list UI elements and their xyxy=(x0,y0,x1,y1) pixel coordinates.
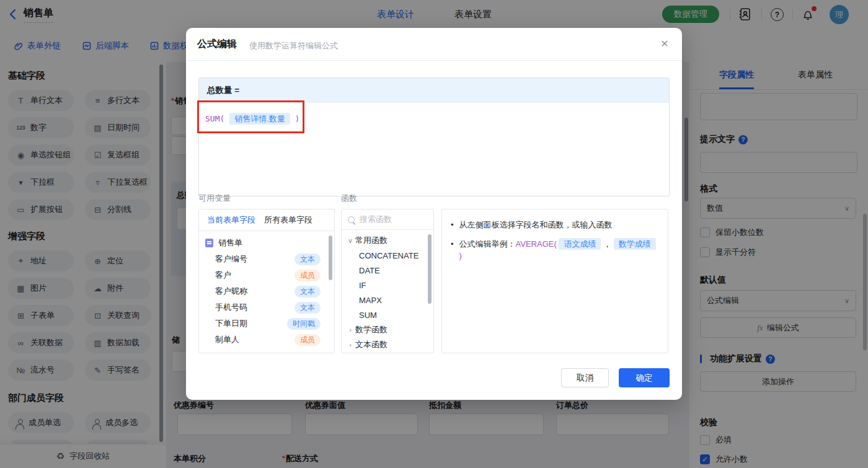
dialog-header: 公式编辑 使用数学运算符编辑公式 × xyxy=(186,28,682,61)
bullet: • xyxy=(451,219,454,231)
bullet: • xyxy=(451,238,454,250)
type-badge: 成员 xyxy=(294,270,321,281)
functions-panel: 搜索函数 ∨常用函数 CONCATENATE DATE IF MAPX SUM … xyxy=(341,209,434,353)
tip-example: 公式编辑举例：AVERAGE( 语文成绩 ， 数学成绩 ) xyxy=(459,238,659,262)
formula-expression[interactable]: SUM( 销售详情.数量 ) xyxy=(199,103,669,125)
chevron-right-icon: › xyxy=(345,341,355,348)
variable-item[interactable]: 客户编号文本 xyxy=(199,251,334,267)
type-badge: 文本 xyxy=(294,254,321,265)
tip-text: 从左侧面板选择字段名和函数，或输入函数 xyxy=(459,219,613,231)
chevron-down-icon: ∨ xyxy=(345,237,355,245)
search-placeholder: 搜索函数 xyxy=(360,214,392,225)
tips-panel: • 从左侧面板选择字段名和函数，或输入函数 • 公式编辑举例：AVERAGE( … xyxy=(441,209,668,353)
formula-function-open: SUM( xyxy=(205,114,224,123)
variable-item[interactable]: 客户成员 xyxy=(199,267,334,283)
variables-scrollbar[interactable] xyxy=(329,236,332,280)
function-item[interactable]: DATE xyxy=(342,263,433,278)
chevron-right-icon: › xyxy=(345,326,355,333)
type-badge: 成员 xyxy=(294,334,321,346)
variable-tree-root[interactable]: 销售单 xyxy=(199,235,334,251)
formula-editor-dialog: 公式编辑 使用数学运算符编辑公式 × 总数量 = SUM( 销售详情.数量 ) … xyxy=(186,28,682,400)
function-item[interactable]: SUM xyxy=(342,307,433,322)
formula-field-token[interactable]: 销售详情.数量 xyxy=(229,113,290,125)
formula-target: 总数量 = xyxy=(199,78,669,103)
functions-section-label: 函数 xyxy=(341,193,357,204)
function-item[interactable]: CONCATENATE xyxy=(342,248,433,263)
function-group-common[interactable]: ∨常用函数 xyxy=(342,233,433,248)
tip-example-line: • 公式编辑举例：AVERAGE( 语文成绩 ， 数学成绩 ) xyxy=(451,238,659,262)
tab-all-form-fields[interactable]: 所有表单字段 xyxy=(264,214,312,226)
function-item[interactable]: IF xyxy=(342,278,433,293)
function-search-input[interactable]: 搜索函数 xyxy=(342,210,433,230)
example-field-token: 语文成绩 xyxy=(559,238,601,250)
formula-editor[interactable]: 总数量 = SUM( 销售详情.数量 ) xyxy=(198,77,670,196)
example-close-paren: ) xyxy=(459,251,462,260)
close-icon[interactable]: × xyxy=(661,37,668,50)
function-group-math[interactable]: ›数学函数 xyxy=(342,322,433,337)
confirm-button[interactable]: 确定 xyxy=(619,368,670,387)
variables-section-label: 可用变量 xyxy=(198,193,231,204)
tip-line: • 从左侧面板选择字段名和函数，或输入函数 xyxy=(451,219,659,231)
function-group-text[interactable]: ›文本函数 xyxy=(342,337,433,352)
variables-tabs: 当前表单字段 所有表单字段 xyxy=(199,210,334,231)
variable-item[interactable]: 客户昵称文本 xyxy=(199,283,334,299)
variable-item[interactable]: 手机号码文本 xyxy=(199,299,334,316)
variable-item[interactable]: 制单人成员 xyxy=(199,332,334,348)
variable-item[interactable]: 下单日期时间戳 xyxy=(199,316,334,332)
example-field-token: 数学成绩 xyxy=(614,238,656,250)
formula-function-close: ) xyxy=(295,114,300,123)
tab-current-form-fields[interactable]: 当前表单字段 xyxy=(207,214,255,226)
type-badge: 时间戳 xyxy=(287,318,321,330)
functions-scrollbar[interactable] xyxy=(428,234,432,304)
type-badge: 文本 xyxy=(294,286,321,298)
search-icon xyxy=(348,216,355,223)
dialog-subtitle: 使用数学运算符编辑公式 xyxy=(249,40,338,51)
example-function: AVERAGE( xyxy=(516,239,557,249)
dialog-title: 公式编辑 xyxy=(197,38,237,51)
form-doc-icon xyxy=(205,239,213,247)
function-item[interactable]: MAPX xyxy=(342,293,433,307)
cancel-button[interactable]: 取消 xyxy=(561,368,609,387)
type-badge: 文本 xyxy=(294,302,321,314)
variables-panel: 当前表单字段 所有表单字段 销售单 客户编号文本 客户成员 客户昵称文本 手机号… xyxy=(198,209,335,353)
